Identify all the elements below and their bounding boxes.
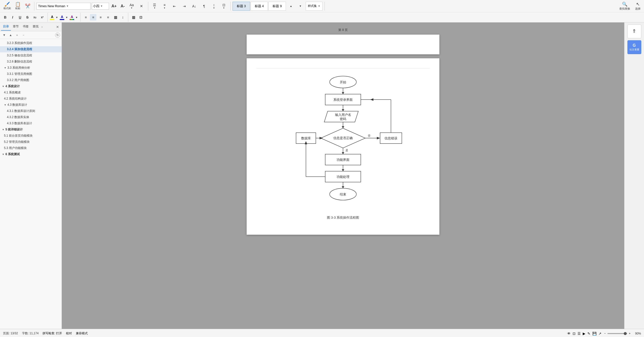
format-painter-btn[interactable]: 🖌️ 格式刷 [2,2,12,10]
add-btn[interactable]: ＋ [14,32,20,38]
svg-text:密码: 密码 [340,117,346,121]
collapse-btn[interactable]: ▲ [8,32,13,38]
expand-btn[interactable]: ▼ [2,32,7,38]
heading4-btn[interactable]: 标题 4 [250,2,268,10]
toc-item-6[interactable]: ▼6 系统测试 [0,151,62,158]
tab-find[interactable]: 查找 [31,23,40,31]
tab-toc[interactable]: 目录 [1,23,11,31]
save-btn[interactable]: 💾 [592,332,596,336]
toc-item-323[interactable]: 3.2.3 系统操作流程 [0,40,62,46]
heading9-btn[interactable]: 标题 9 [268,2,286,10]
highlight-arrow[interactable]: ▼ [55,14,58,20]
right-panel: ⇑ G 论文查重 [624,22,644,329]
font-name-arrow: ▼ [66,5,69,8]
toc-item-324[interactable]: 3.2.4 添加信息流程 [0,46,62,52]
toc-item-4[interactable]: ▼4 系统设计 [0,83,62,90]
view-btn2[interactable]: ⊡ [572,332,576,336]
document-area[interactable]: 第 8 页 开始 系统登录界面 [62,22,624,329]
play-btn[interactable]: ▶ [583,332,586,336]
toc-item-41[interactable]: 4.1 系统概述 [0,90,62,96]
line-spacing-btn[interactable]: ↕ ▼ [210,2,218,10]
paste-icon: 📋 [15,2,20,6]
font-grow-btn[interactable]: A+ [110,4,118,9]
font-size-select[interactable]: 小四 ▼ [92,3,109,10]
columns-btn[interactable]: ▥ [112,14,118,20]
underline-btn[interactable]: U [17,14,23,20]
tab-chapter[interactable]: 章节 [11,23,21,31]
paper-check-btn[interactable]: G 论文查重 [628,40,641,54]
zoom-in-btn[interactable]: ＋ [628,331,631,336]
zoom-slider[interactable] [608,333,627,334]
compat-mode-btn[interactable]: 兼容模式 [76,331,88,336]
separator4 [324,2,325,10]
subscript-btn[interactable]: x₂ [32,14,38,20]
font-color-arrow[interactable]: ▼ [65,14,68,20]
heading-scroll-down[interactable]: ▼ [296,4,305,8]
toc-item-52[interactable]: 5.2 管理员功能模块 [0,139,62,145]
proofing-btn[interactable]: 校对 [66,331,72,336]
tab-bookmark[interactable]: 书签 [21,23,31,31]
show-para-btn[interactable]: ¶ [200,4,208,9]
toc-item-43[interactable]: ▼4.3 数据库设计 [0,102,62,108]
decrease-indent-btn[interactable]: ⇤ [170,4,179,9]
toc-item-432[interactable]: 4.3.2 数据库实体 [0,114,62,120]
toc-item-433[interactable]: 4.3.3 数据库表设计 [0,120,62,126]
font-color-btn[interactable]: A [60,14,64,20]
toc-item-33[interactable]: ▼3.3 系统用例分析 [0,65,62,71]
align-right-btn[interactable]: ≡ [97,14,104,20]
align-left-btn[interactable]: ≡ [82,14,89,20]
scroll-top-btn[interactable]: ⇑ [628,24,641,38]
zoom-out-btn[interactable]: － [604,331,606,336]
scissors-icon: ✂️ [25,4,30,8]
increase-indent-btn[interactable]: ⇥ [180,4,189,9]
toc-item-332[interactable]: 3.3.2 用户用例图 [0,77,62,83]
sidebar-close-btn[interactable]: ✕ [54,24,60,30]
heading3-btn[interactable]: 标题 3 [232,2,250,10]
numbering-btn[interactable]: ≡ ▼ [160,2,169,10]
sort-btn[interactable]: A↓ [190,4,199,9]
zoom-thumb[interactable] [624,332,627,335]
shading-btn[interactable]: ▥ [130,14,137,20]
view-btn3[interactable]: ☰ [578,332,581,336]
font-shrink-btn[interactable]: A- [119,4,126,9]
more-tabs-btn[interactable]: › [42,25,42,29]
toc-item-5[interactable]: ▼5 统详细设计 [0,126,62,133]
svg-marker-3 [342,92,344,94]
text-effect-arrow[interactable]: ▼ [75,14,78,20]
highlight-btn[interactable]: A [50,14,54,20]
view-btn1[interactable]: 👁 [567,332,570,336]
borders2-btn[interactable]: ⊡ [138,14,144,20]
borders-btn[interactable]: ⊡ ▼ [220,2,228,10]
font-name-select[interactable]: Times New Roman ▼ [36,3,91,10]
remove-btn[interactable]: － [21,32,26,38]
paste-btn[interactable]: 📋 粘贴 [13,2,22,10]
toc-item-325[interactable]: 3.2.5 修改信息流程 [0,52,62,58]
toc-item-53[interactable]: 5.3 用户功能模块 [0,145,62,151]
toc-item-326[interactable]: 3.2.6 删除信息流程 [0,58,62,65]
spell-check-btn[interactable]: 拼写检查: 打开 [42,331,62,336]
text-effect-btn[interactable]: A [70,14,74,20]
edit-btn[interactable]: ✎ [588,332,590,336]
find-replace-btn[interactable]: 🔍 查找替换 [618,1,632,11]
toc-item-51[interactable]: 5.1 前台首页功能模块 [0,133,62,139]
select-btn[interactable]: ↖ 选择 [634,1,642,11]
clear-format-btn[interactable]: ✕ [137,4,146,9]
toc-item-42[interactable]: 4.2 系统结构设计 [0,96,62,102]
style-gallery-btn[interactable]: 样式集 ▼ [306,2,322,10]
bold-btn[interactable]: B [2,14,8,20]
italic-btn[interactable]: I [10,14,16,20]
toc-item-331[interactable]: 3.3.1 管理员用例图 [0,71,62,77]
heading-scroll-up[interactable]: ▲ [286,4,295,8]
strikethrough-btn[interactable]: S [24,14,31,20]
toc-item-431[interactable]: 4.3.1 数据库设计原则 [0,108,62,114]
justify-btn[interactable]: ≡ [105,14,111,20]
line-spacing2-btn[interactable]: ↕ [120,14,126,20]
superscript-btn[interactable]: x² [39,14,46,20]
align-center-btn[interactable]: ≡ [90,14,96,20]
bullets-btn[interactable]: ☰ ▼ [150,2,159,10]
change-case-btn[interactable]: Aa ▼ [127,2,136,10]
refresh-btn[interactable]: ↻ [55,32,60,38]
cut-btn[interactable]: ✂️ [23,4,32,9]
page-indicator: 第 8 页 [336,28,350,32]
share-btn[interactable]: ↗ [598,332,602,336]
